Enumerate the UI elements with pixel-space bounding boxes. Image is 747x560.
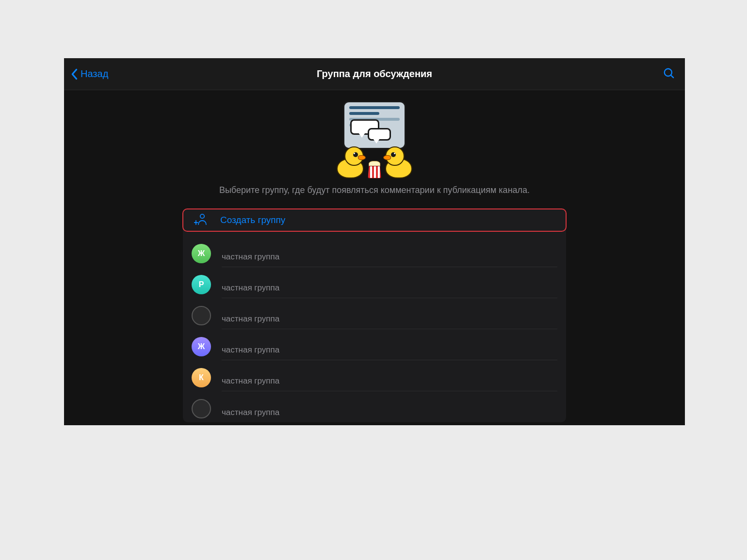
description-text: Выберите группу, где будут появляться ко… bbox=[219, 185, 530, 195]
create-group-label: Создать группу bbox=[220, 215, 285, 225]
group-body: частная группа bbox=[222, 240, 557, 267]
back-button[interactable]: Назад bbox=[71, 68, 108, 80]
group-body: частная группа bbox=[222, 271, 557, 298]
avatar: P bbox=[192, 275, 211, 294]
group-row[interactable]: Жчастная группа bbox=[183, 236, 566, 267]
discussion-illustration bbox=[331, 101, 418, 178]
chevron-left-icon bbox=[71, 68, 79, 80]
svg-line-1 bbox=[671, 75, 673, 77]
app-window: Назад Группа для обсуждения bbox=[64, 58, 685, 425]
search-icon bbox=[663, 67, 675, 80]
group-subtitle: частная группа bbox=[222, 345, 557, 355]
group-body: частная группа bbox=[222, 395, 557, 422]
navbar: Назад Группа для обсуждения bbox=[64, 58, 685, 90]
group-body: частная группа bbox=[222, 302, 557, 329]
avatar: Ж bbox=[192, 244, 211, 263]
create-group-button[interactable]: Создать группу bbox=[182, 208, 567, 232]
group-list: Жчастная группаPчастная группачастная гр… bbox=[183, 231, 566, 422]
content: Выберите группу, где будут появляться ко… bbox=[64, 90, 685, 422]
avatar: Ж bbox=[192, 337, 211, 356]
duck-icon bbox=[381, 144, 416, 178]
avatar bbox=[192, 306, 211, 325]
group-body: частная группа bbox=[222, 364, 557, 391]
group-subtitle: частная группа bbox=[222, 376, 557, 386]
group-row[interactable]: Жчастная группа bbox=[183, 329, 566, 360]
group-list-container: Создать группу Жчастная группаPчастная г… bbox=[183, 209, 566, 422]
group-row[interactable]: частная группа bbox=[183, 391, 566, 422]
search-button[interactable] bbox=[660, 64, 678, 84]
duck-icon bbox=[333, 144, 368, 178]
group-subtitle: частная группа bbox=[222, 283, 557, 293]
page-title: Группа для обсуждения bbox=[317, 68, 432, 80]
svg-point-2 bbox=[200, 214, 204, 218]
avatar: К bbox=[192, 368, 211, 387]
group-body: частная группа bbox=[222, 333, 557, 360]
group-row[interactable]: Pчастная группа bbox=[183, 267, 566, 298]
group-subtitle: частная группа bbox=[222, 252, 557, 262]
back-label: Назад bbox=[81, 68, 108, 80]
avatar bbox=[192, 399, 211, 418]
popcorn-icon bbox=[368, 161, 381, 178]
group-row[interactable]: Кчастная группа bbox=[183, 360, 566, 391]
group-subtitle: частная группа bbox=[222, 408, 557, 417]
add-person-icon bbox=[194, 213, 208, 227]
group-subtitle: частная группа bbox=[222, 314, 557, 324]
speech-bubble-icon bbox=[368, 128, 391, 141]
group-row[interactable]: частная группа bbox=[183, 298, 566, 329]
